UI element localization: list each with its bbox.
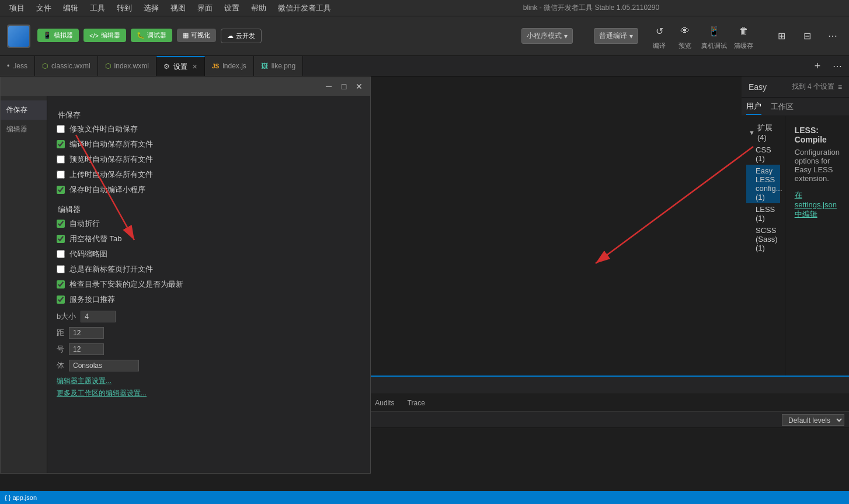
filter-icon: ≡	[838, 83, 842, 91]
file-save-section-title: 件保存	[57, 110, 361, 120]
tab-settings-close[interactable]: ✕	[192, 63, 197, 71]
toolbar: 📱 模拟器 </> 编辑器 🐛 调试器 ▦ 可视化 ☁ 云开	[0, 16, 849, 56]
checkbox-5[interactable]	[57, 220, 65, 228]
setting-label-10: 服务接口推荐	[69, 294, 115, 305]
tree-item-scss[interactable]: SCSS (Sass) (1)	[746, 224, 780, 254]
tab-classic-wxml[interactable]: ⬡ classic.wxml	[35, 56, 98, 76]
setting-label-4: 保存时自动编译小程序	[69, 185, 145, 195]
remote-debug-button[interactable]: 📱	[705, 22, 723, 40]
checkbox-2[interactable]	[57, 155, 65, 164]
menu-tools[interactable]: 工具	[85, 2, 110, 15]
search-result-text: 找到 4 个设置	[792, 82, 834, 92]
setting-row-3: 上传时自动保存所有文件	[57, 169, 361, 180]
log-level-dropdown[interactable]: Default levels	[782, 414, 844, 426]
menu-project[interactable]: 项目	[5, 2, 29, 15]
checkbox-8[interactable]	[57, 265, 65, 273]
sidebar-item-file-save[interactable]: 件保存	[1, 100, 47, 120]
bottom-file-name: { } app.json	[5, 494, 37, 501]
devtools-tab-audits[interactable]: Audits	[369, 397, 400, 409]
settings-main: 件保存 修改文件时自动保存 编译时自动保存所有文件 预览时自动保存所有文件 上传…	[47, 96, 370, 473]
simulator-button[interactable]: 📱 模拟器	[37, 29, 79, 42]
number-input[interactable]	[69, 343, 104, 355]
checkbox-4[interactable]	[57, 186, 65, 194]
index-wxml-icon: ⬡	[105, 62, 111, 70]
tree-item-less[interactable]: LESS (1)	[746, 203, 780, 224]
menu-file[interactable]: 文件	[32, 2, 56, 15]
app-title: blink - 微信开发者工具 Stable 1.05.2110290	[338, 3, 844, 13]
window-maximize[interactable]: □	[339, 81, 349, 92]
menu-wechat[interactable]: 微信开发者工具	[273, 2, 336, 15]
checkbox-9[interactable]	[57, 280, 65, 289]
tab-layout-button[interactable]: ⊟	[798, 27, 816, 46]
checkbox-6[interactable]	[57, 235, 65, 243]
clear-cache-button[interactable]: 🗑	[735, 22, 753, 40]
tab-settings-label: 设置	[173, 62, 187, 72]
tab-like-png[interactable]: 🖼 like.png	[254, 56, 303, 76]
main-content: ─ □ ✕ 件保存 编辑器 件保存 修改文件时自动保存 编译时自动保存所有文件	[0, 77, 849, 504]
preview-button[interactable]: 👁	[676, 22, 694, 40]
menu-interface[interactable]: 界面	[193, 2, 217, 15]
tab-split-button[interactable]: ⊞	[772, 27, 791, 46]
translate-button[interactable]: ↺	[650, 22, 669, 40]
menu-select[interactable]: 选择	[139, 2, 163, 15]
font-label: 体	[57, 360, 64, 371]
menu-edit[interactable]: 编辑	[58, 2, 83, 15]
checkbox-3[interactable]	[57, 171, 65, 179]
tree-item-less-label: LESS (1)	[756, 205, 778, 223]
checkbox-0[interactable]	[57, 125, 65, 133]
edit-in-settings-link[interactable]: 在 settings.json 中编辑	[795, 190, 837, 218]
sidebar-item-editor[interactable]: 编辑器	[1, 120, 47, 139]
info-title-bold: Compile	[795, 135, 827, 144]
cloud-button[interactable]: ☁ 云开发	[221, 29, 262, 43]
tab-index-js[interactable]: JS index.js	[205, 56, 254, 76]
menu-bar: 项目 文件 编辑 工具 转到 选择 视图 界面 设置 帮助 微信开发者工具 bl…	[0, 0, 849, 16]
setting-label-1: 编译时自动保存所有文件	[69, 139, 153, 150]
setting-row-1: 编译时自动保存所有文件	[57, 139, 361, 150]
simulator-btn-group: 📱 模拟器	[37, 29, 79, 42]
settings-tab-user[interactable]: 用户	[746, 99, 761, 115]
debugger-btn-group: 🐛 调试器	[131, 29, 172, 42]
checkbox-10[interactable]	[57, 296, 65, 304]
more-editor-settings-link[interactable]: 更多及工作区的编辑器设置...	[57, 388, 361, 398]
menu-help[interactable]: 帮助	[246, 2, 271, 15]
tab-size-label: b大小	[57, 311, 76, 322]
tree-item-css-label: CSS (1)	[756, 145, 778, 163]
settings-user-workspace-tabs: 用户 工作区	[742, 98, 849, 116]
distance-input[interactable]	[69, 327, 104, 339]
editor-button[interactable]: </> 编辑器	[83, 29, 126, 42]
editor-btn-group: </> 编辑器	[83, 29, 126, 42]
settings-tab-workspace[interactable]: 工作区	[771, 99, 794, 114]
setting-row-4: 保存时自动编译小程序	[57, 185, 361, 195]
editor-theme-link[interactable]: 编辑器主题设置...	[57, 376, 361, 386]
checkbox-7[interactable]	[57, 250, 65, 258]
menu-view[interactable]: 视图	[166, 2, 190, 15]
tree-group-extensions[interactable]: ▼ 扩展 (4)	[746, 121, 780, 144]
mode-dropdown[interactable]: 小程序模式 ▾	[521, 28, 573, 44]
font-input[interactable]	[69, 360, 139, 371]
tab-less[interactable]: • .less	[0, 56, 35, 76]
setting-row-6: 用空格代替 Tab	[57, 234, 361, 244]
tab-index-wxml[interactable]: ⬡ index.wxml	[98, 56, 156, 76]
tree-item-css[interactable]: CSS (1)	[746, 144, 780, 165]
tree-item-easy-less[interactable]: Easy LESS config... (1)	[746, 165, 780, 203]
tab-new-button[interactable]: +	[808, 57, 827, 75]
debugger-button[interactable]: 🐛 调试器	[131, 29, 172, 42]
window-close[interactable]: ✕	[354, 81, 364, 92]
more-button[interactable]: ⋯	[823, 27, 842, 46]
menu-settings[interactable]: 设置	[220, 2, 244, 15]
less-file-icon: •	[7, 62, 9, 70]
tab-settings[interactable]: ⚙ 设置 ✕	[156, 56, 205, 76]
window-minimize[interactable]: ─	[323, 81, 334, 92]
distance-row: 距	[57, 327, 361, 339]
number-label: 号	[57, 344, 64, 354]
visualize-button[interactable]: ▦ 可视化	[177, 29, 216, 42]
js-file-icon: JS	[212, 63, 219, 69]
tab-size-input[interactable]	[81, 311, 116, 322]
menu-goto[interactable]: 转到	[112, 2, 137, 15]
tree-arrow-extensions: ▼	[749, 129, 755, 136]
devtools-tab-trace[interactable]: Trace	[402, 397, 431, 409]
compile-dropdown[interactable]: 普通编译 ▾	[594, 28, 638, 44]
tab-bar-actions: + ⋯	[806, 56, 849, 76]
checkbox-1[interactable]	[57, 140, 65, 148]
tab-overflow-button[interactable]: ⋯	[828, 57, 847, 75]
